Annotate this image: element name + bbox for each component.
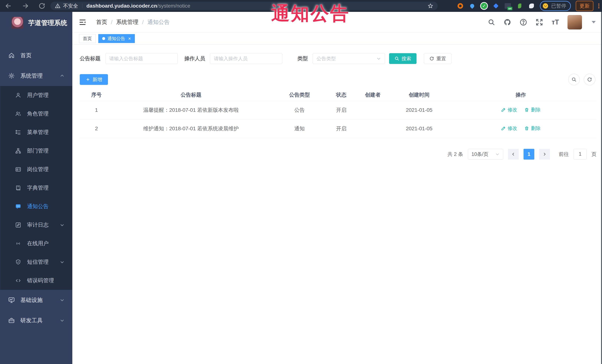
font-size-icon[interactable]: тT (552, 18, 559, 26)
cell-title: 维护通知：2018-07-01 若依系统凌晨维护 (113, 119, 269, 138)
address-bar[interactable]: 不安全 dashboard.yudao.iocoder.cn/system/no… (50, 2, 438, 10)
extension-check-icon[interactable]: ✓ (481, 2, 488, 10)
extension-sprout-icon[interactable] (516, 2, 523, 10)
sidebar-item-label: 在线用户 (27, 240, 49, 247)
sidebar-item-notice[interactable]: 通知公告 (0, 197, 72, 216)
logo-row[interactable]: 芋道管理系统 (0, 12, 72, 34)
operator-input[interactable] (210, 53, 282, 64)
col-creator: 创建者 (352, 89, 393, 101)
sidebar-fold-icon[interactable] (79, 18, 86, 26)
sidebar-menu: 首页 系统管理 用户管理 角色管理 菜单管理 (0, 45, 72, 364)
type-field-label: 类型 (298, 55, 308, 62)
tag-notice[interactable]: 通知公告 × (98, 34, 135, 43)
sidebar-item-roles[interactable]: 角色管理 (0, 104, 72, 123)
browser-bar: 不安全 dashboard.yudao.iocoder.cn/system/no… (0, 0, 602, 12)
sidebar-item-dev-tools[interactable]: 研发工具 (0, 310, 72, 331)
sidebar-item-sms[interactable]: 短信管理 (0, 253, 72, 271)
avatar-caret-icon[interactable] (591, 21, 596, 23)
url-text: dashboard.yudao.iocoder.cn/system/notice (86, 3, 190, 9)
avatar[interactable] (568, 15, 582, 30)
tag-home[interactable]: 首页 (79, 34, 96, 43)
sidebar-item-home[interactable]: 首页 (0, 45, 72, 66)
extension-on-badge-icon[interactable]: on (504, 2, 511, 10)
edit-link[interactable]: 修改 (501, 125, 517, 132)
table-header-row: 序号 公告标题 公告类型 状态 创建者 创建时间 操作 (80, 89, 596, 101)
sidebar-item-departments[interactable]: 部门管理 (0, 142, 72, 160)
type-select[interactable]: 公告类型 (313, 53, 385, 64)
sidebar-item-error-codes[interactable]: 错误码管理 (0, 271, 72, 290)
trash-icon (524, 126, 529, 131)
extension-gem-icon[interactable] (492, 2, 499, 10)
window-scrollbar-edge[interactable] (601, 12, 602, 364)
profile-paused-pill[interactable]: 已暂停 (540, 1, 571, 11)
page-size-select[interactable]: 10条/页 (468, 149, 503, 160)
edit-link[interactable]: 修改 (501, 107, 517, 113)
col-status: 状态 (330, 89, 352, 101)
sidebar-item-online-users[interactable]: 在线用户 (0, 234, 72, 253)
sidebar-item-users[interactable]: 用户管理 (0, 86, 72, 104)
breadcrumb-separator: / (142, 19, 144, 25)
extension-ring-icon[interactable] (457, 2, 464, 10)
sidebar-item-label: 系统管理 (20, 72, 43, 80)
toggle-search-button[interactable] (568, 74, 580, 85)
home-icon (8, 52, 15, 59)
table-row: 2 维护通知：2018-07-01 若依系统凌晨维护 通知 开启 2021-01… (80, 119, 596, 138)
refresh-table-button[interactable] (584, 74, 595, 85)
col-title: 公告标题 (113, 89, 269, 101)
security-label: 不安全 (63, 3, 78, 9)
forward-icon[interactable] (22, 2, 29, 10)
sidebar-item-audit-log[interactable]: 审计日志 (0, 216, 72, 234)
extension-puzzle-icon[interactable] (528, 2, 535, 10)
search-icon[interactable] (488, 19, 495, 26)
browser-menu-icon[interactable] (598, 3, 599, 8)
page-number-1[interactable]: 1 (524, 149, 534, 160)
goto-unit: 页 (591, 151, 596, 157)
chevron-down-icon (60, 223, 64, 227)
sidebar-item-label: 字典管理 (27, 184, 49, 192)
col-index: 序号 (80, 89, 113, 101)
chevron-down-icon (60, 298, 64, 302)
breadcrumb: 首页 / 系统管理 / 通知公告 (96, 18, 170, 26)
title-input[interactable] (105, 53, 178, 64)
reload-icon[interactable] (38, 2, 46, 10)
sidebar-item-label: 研发工具 (20, 317, 43, 324)
github-icon[interactable] (504, 19, 511, 26)
search-form: 公告标题 操作人员 类型 公告类型 搜索 重置 (80, 53, 596, 64)
breadcrumb-system[interactable]: 系统管理 (116, 18, 138, 26)
add-button[interactable]: 新增 (80, 74, 108, 85)
prev-page-button[interactable] (508, 149, 519, 160)
cell-actions: 修改 删除 (445, 101, 596, 119)
sidebar-item-label: 错误码管理 (27, 277, 54, 284)
browser-update-button[interactable]: 更新 (576, 1, 593, 11)
delete-link[interactable]: 删除 (524, 107, 541, 113)
help-icon[interactable] (520, 19, 527, 26)
delete-link[interactable]: 删除 (524, 125, 541, 132)
chevron-right-icon (542, 152, 547, 156)
tag-close-icon[interactable]: × (128, 36, 131, 41)
breadcrumb-home[interactable]: 首页 (96, 18, 107, 26)
sidebar-item-system[interactable]: 系统管理 (0, 66, 72, 86)
book-icon (15, 185, 21, 191)
fullscreen-icon[interactable] (536, 19, 543, 26)
bookmark-star-icon[interactable] (428, 3, 433, 9)
table-toolbar: 新增 (80, 74, 596, 85)
right-toolbar (568, 74, 595, 85)
sidebar-item-label: 角色管理 (27, 110, 49, 117)
pencil-icon (501, 126, 506, 131)
back-icon[interactable] (5, 2, 12, 10)
reset-button[interactable]: 重置 (424, 53, 452, 64)
extension-location-icon[interactable] (469, 2, 476, 10)
active-dot (102, 37, 105, 40)
sidebar-item-dict[interactable]: 字典管理 (0, 179, 72, 197)
next-page-button[interactable] (539, 149, 550, 160)
sidebar: 芋道管理系统 首页 系统管理 用户管理 角色管理 (0, 12, 72, 364)
total-count: 共 2 条 (448, 151, 463, 157)
goto-page-input[interactable] (574, 149, 587, 160)
cell-type: 公告 (269, 101, 330, 119)
page-size-value: 10条/页 (472, 151, 488, 157)
search-button[interactable]: 搜索 (389, 53, 417, 64)
sidebar-item-menus[interactable]: 菜单管理 (0, 123, 72, 142)
sidebar-item-infrastructure[interactable]: 基础设施 (0, 290, 72, 310)
cell-index: 1 (80, 101, 113, 119)
sidebar-item-posts[interactable]: 岗位管理 (0, 160, 72, 179)
